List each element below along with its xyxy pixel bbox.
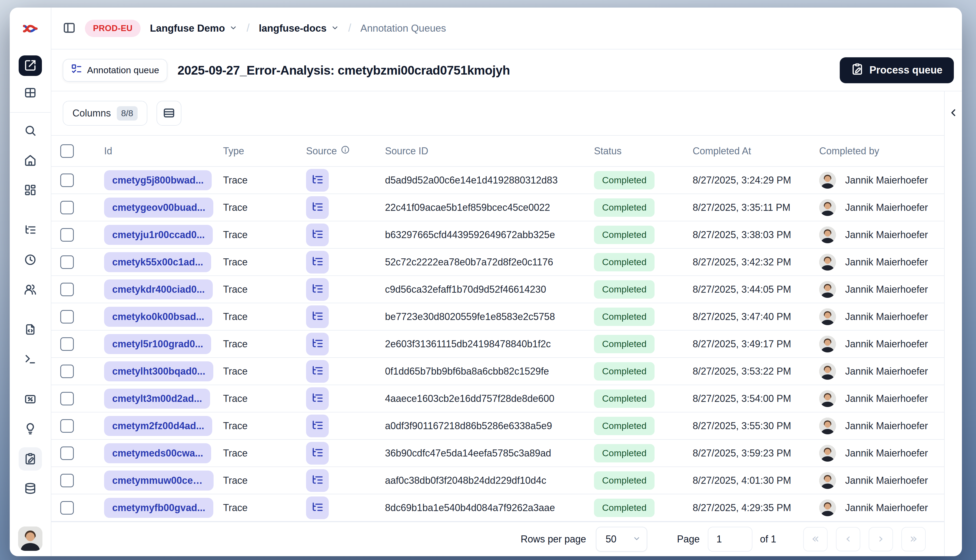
rows-per-page-select[interactable]: 50 [596, 527, 647, 552]
user-avatar[interactable] [18, 527, 42, 551]
trace-source-button[interactable] [306, 305, 329, 328]
row-checkbox[interactable] [60, 474, 74, 487]
row-id-link[interactable]: cmetylt3m00d2ad... [104, 388, 210, 408]
row-id-link[interactable]: cmetyju1r00ccad0... [104, 225, 213, 245]
sidebar-item-tracing[interactable] [18, 218, 42, 242]
status-badge: Completed [594, 335, 654, 353]
trace-source-button[interactable] [306, 196, 329, 219]
row-id-link[interactable]: cmetygeov00buad... [104, 198, 213, 218]
sidebar-item-dashboards[interactable] [18, 178, 42, 202]
row-type: Trace [214, 303, 297, 330]
scores-card-icon [24, 393, 37, 406]
collapse-panel-button[interactable] [946, 105, 961, 120]
avatar [819, 281, 836, 298]
trace-source-button[interactable] [306, 278, 329, 301]
status-badge: Completed [594, 226, 654, 244]
last-page-button[interactable]: » [901, 527, 926, 552]
sidebar-item-search[interactable] [18, 119, 42, 142]
select-all-checkbox[interactable] [60, 144, 74, 158]
trace-source-button[interactable] [306, 333, 329, 355]
row-checkbox[interactable] [60, 365, 74, 378]
row-id-link[interactable]: cmetylht300bqad0... [104, 362, 213, 382]
project-switcher[interactable]: langfuse-docs [259, 23, 339, 34]
row-completed-at: 8/27/2025, 3:44:05 PM [684, 276, 808, 303]
trace-source-button[interactable] [306, 360, 329, 383]
row-id-link[interactable]: cmetyko0k00bsad... [104, 307, 212, 327]
search-icon [24, 124, 37, 138]
row-source-id: 52c72c2222ea78e0b7a72d8f2e0c1176 [379, 248, 584, 275]
list-tree-icon [311, 392, 324, 405]
row-checkbox[interactable] [60, 419, 74, 433]
status-badge: Completed [594, 390, 654, 408]
sidebar-item-evaluators[interactable] [18, 418, 42, 441]
trace-source-button[interactable] [306, 387, 329, 410]
sidebar-item-sessions[interactable] [18, 248, 42, 272]
column-header-source-id: Source ID [379, 136, 584, 166]
trace-source-button[interactable] [306, 223, 329, 246]
org-name: Langfuse Demo [150, 23, 225, 34]
app-window: PROD-EU Langfuse Demo / langfuse-docs / … [10, 8, 962, 556]
row-type: Trace [214, 248, 297, 275]
trace-source-button[interactable] [306, 415, 329, 437]
row-id-link[interactable]: cmetyk55x00c1ad... [104, 252, 211, 272]
row-id-link[interactable]: cmetyl5r100grad0... [104, 334, 211, 354]
sidebar-divider [10, 112, 50, 113]
row-checkbox[interactable] [60, 310, 74, 323]
sidebar-item-playground[interactable] [18, 348, 42, 371]
trace-source-button[interactable] [306, 251, 329, 273]
row-source-id: 0f1dd65b7bb9bf6ba8a6cbb82c1529fe [379, 358, 584, 385]
list-tree-icon [311, 201, 324, 214]
row-checkbox[interactable] [60, 201, 74, 214]
row-checkbox[interactable] [60, 283, 74, 296]
sidebar-item-annotation-queues[interactable] [18, 447, 42, 470]
list-tree-icon [24, 224, 37, 237]
row-id-link[interactable]: cmetyg5j800bwad... [104, 170, 212, 190]
row-completed-by: Jannik Maierhoefer [845, 420, 928, 432]
first-page-button[interactable]: « [803, 527, 828, 552]
row-source-id: aaf0c38db0f3f2048b24dd229df10d4c [379, 467, 584, 494]
trace-source-button[interactable] [306, 469, 329, 492]
row-checkbox[interactable] [60, 501, 74, 515]
info-icon[interactable] [340, 145, 350, 157]
row-checkbox[interactable] [60, 337, 74, 351]
trace-source-button[interactable] [306, 169, 329, 192]
environment-badge[interactable]: PROD-EU [85, 20, 140, 37]
row-id-link[interactable]: cmetymyfb00gvad... [104, 498, 213, 518]
trace-source-button[interactable] [306, 442, 329, 465]
page-number-input[interactable] [708, 527, 752, 552]
row-checkbox[interactable] [60, 447, 74, 460]
row-id-link[interactable]: cmetykdr400ciad0... [104, 280, 213, 300]
row-id-link[interactable]: cmetymmuw00cea... [104, 470, 214, 490]
row-type: Trace [214, 385, 297, 412]
page-label: Page [677, 533, 700, 545]
sidebar-item-launcher[interactable] [18, 55, 42, 76]
previous-page-button[interactable]: ‹ [836, 527, 860, 552]
sidebar-nav [10, 50, 51, 556]
row-height-button[interactable] [157, 101, 182, 126]
sidebar-item-scores[interactable] [18, 388, 42, 411]
sidebar-item-users[interactable] [18, 278, 42, 302]
list-tree-icon [311, 255, 324, 268]
sidebar-item-table-view[interactable] [18, 82, 42, 105]
row-checkbox[interactable] [60, 173, 74, 187]
row-checkbox[interactable] [60, 392, 74, 405]
sidebar-item-prompts[interactable] [18, 318, 42, 342]
row-id-link[interactable]: cmetymeds00cwa... [104, 443, 211, 463]
table-header-row: Id Type Source Source ID Status Complete… [52, 135, 944, 167]
process-queue-button[interactable]: Process queue [840, 57, 954, 83]
table-row: cmetyko0k00bsad... Trace be7723e30d80205… [52, 303, 944, 330]
row-completed-at: 8/27/2025, 3:55:30 PM [684, 412, 808, 439]
sidebar-item-home[interactable] [18, 149, 42, 172]
row-checkbox[interactable] [60, 228, 74, 242]
org-switcher[interactable]: Langfuse Demo [150, 23, 237, 34]
columns-button[interactable]: Columns 8/8 [63, 101, 147, 126]
table-row: cmetymyfb00gvad... Trace 8dc69b1ba1e540b… [52, 494, 944, 522]
row-source-id: 22c41f09acae5b1ef859bcec45ce0022 [379, 194, 584, 221]
sidebar-toggle-button[interactable] [63, 22, 76, 35]
row-checkbox[interactable] [60, 255, 74, 269]
trace-source-button[interactable] [306, 497, 329, 519]
sidebar-item-datasets[interactable] [18, 477, 42, 500]
column-header-completed-by: Completed by [808, 136, 944, 166]
next-page-button[interactable]: › [869, 527, 893, 552]
row-id-link[interactable]: cmetym2fz00d4ad... [104, 416, 212, 436]
